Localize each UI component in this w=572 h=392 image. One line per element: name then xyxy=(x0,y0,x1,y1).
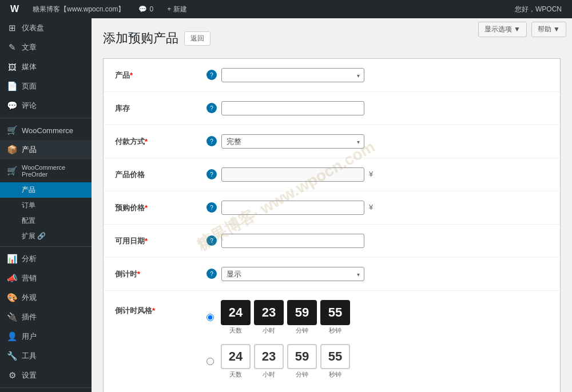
countdown-minutes-1: 59 xyxy=(287,300,317,325)
sidebar-item-preorder[interactable]: 🛒 WooCommerce PreOrder xyxy=(0,159,92,182)
preorder-price-row: 预购价格* ? ¥ xyxy=(104,191,560,225)
preorder-price-input[interactable] xyxy=(221,201,364,215)
countdown-days-2: 24 xyxy=(221,344,251,369)
form-container: 产品* ? ▾ 库存 ? 付款方式* xyxy=(103,58,561,392)
sidebar-label-users: 用户 xyxy=(22,331,37,342)
countdown-seconds-label-1: 秒钟 xyxy=(329,326,341,335)
payment-select[interactable]: 完整 xyxy=(221,134,364,149)
sidebar-item-media[interactable]: 🖼 媒体 xyxy=(0,57,92,77)
countdown-seconds-3: 55 xyxy=(320,388,350,392)
sidebar-label-marketing: 营销 xyxy=(22,273,37,283)
countdown-hours-label-2: 小时 xyxy=(263,370,275,379)
product-help-icon[interactable]: ? xyxy=(206,70,217,80)
sidebar-label-preorder: WooCommerce PreOrder xyxy=(22,164,85,178)
countdown-block-days-1: 24 天数 xyxy=(221,300,251,335)
sidebar-label-analytics: 分析 xyxy=(22,254,37,264)
plugins-icon: 🔌 xyxy=(7,312,17,322)
payment-help-icon[interactable]: ? xyxy=(206,136,217,146)
countdown-days-label-1: 天数 xyxy=(229,326,242,335)
product-select-wrapper: ▾ xyxy=(221,68,364,82)
screen-options-button[interactable]: 显示选项 ▼ xyxy=(478,22,527,37)
price-label: 产品价格 xyxy=(115,167,206,180)
countdown-minutes-3: 59 xyxy=(287,388,317,392)
countdown-block-days-2: 24 天数 xyxy=(221,344,251,379)
countdown-blocks-2: 24 天数 23 小时 59 分钟 55 秒钟 xyxy=(221,344,350,379)
stock-field: ? xyxy=(206,101,549,115)
sidebar-item-marketing[interactable]: 📣 营销 xyxy=(0,269,92,288)
submenu-orders[interactable]: 订单 xyxy=(0,198,92,213)
sidebar-label-media: 媒体 xyxy=(22,62,37,72)
submenu-products[interactable]: 产品 xyxy=(0,182,92,198)
countdown-style-radio-1[interactable] xyxy=(206,314,214,321)
sidebar-item-plugins[interactable]: 🔌 插件 xyxy=(0,307,92,327)
available-date-help-icon[interactable]: ? xyxy=(206,235,217,246)
sidebar-item-woocommerce[interactable]: 🛒 WooCommerce xyxy=(0,121,92,140)
countdown-seconds-1: 55 xyxy=(320,300,350,325)
required-star: * xyxy=(130,71,133,79)
countdown-style-label: 倒计时风格* xyxy=(115,300,206,316)
countdown-days-1: 24 xyxy=(221,300,251,325)
sidebar-label-plugins: 插件 xyxy=(22,312,37,322)
posts-icon: ✎ xyxy=(7,42,17,53)
page-title: 添加预购产品 xyxy=(103,30,178,47)
sidebar-label-settings: 设置 xyxy=(22,370,37,381)
countdown-block-minutes-2: 59 分钟 xyxy=(287,344,317,379)
payment-required: * xyxy=(145,137,148,146)
countdown-style-field: 24 天数 23 小时 59 分钟 55 秒钟 xyxy=(206,300,549,392)
help-button[interactable]: 帮助 ▼ xyxy=(531,22,566,37)
countdown-block-seconds-1: 55 秒钟 xyxy=(320,300,350,335)
dashboard-icon: ⊞ xyxy=(7,23,17,33)
sidebar-item-appearance[interactable]: 🎨 外观 xyxy=(0,288,92,307)
preorder-price-help-icon[interactable]: ? xyxy=(206,202,217,213)
price-input[interactable] xyxy=(221,167,364,182)
sidebar-item-products[interactable]: 📦 产品 xyxy=(0,140,92,159)
sidebar-label-tools: 工具 xyxy=(22,351,37,361)
wp-logo[interactable]: W xyxy=(6,4,23,14)
back-button[interactable]: 返回 xyxy=(184,31,210,46)
appearance-icon: 🎨 xyxy=(7,293,17,303)
countdown-blocks-1: 24 天数 23 小时 59 分钟 55 秒钟 xyxy=(221,300,350,335)
media-icon: 🖼 xyxy=(7,62,17,72)
sidebar-item-posts[interactable]: ✎ 文章 xyxy=(0,38,92,57)
user-greeting: 您好，WPOCN xyxy=(510,5,566,14)
submenu-config[interactable]: 配置 xyxy=(0,213,92,229)
countdown-days-label-2: 天数 xyxy=(229,370,242,379)
available-date-field: ? xyxy=(206,234,549,248)
countdown-select[interactable]: 显示 xyxy=(221,267,364,281)
countdown-minutes-label-2: 分钟 xyxy=(296,370,308,379)
payment-label: 付款方式* xyxy=(115,134,206,147)
countdown-help-icon[interactable]: ? xyxy=(206,269,217,279)
preorder-price-label: 预购价格* xyxy=(115,201,206,213)
sidebar-item-tools[interactable]: 🔧 工具 xyxy=(0,346,92,366)
countdown-seconds-2: 55 xyxy=(320,344,350,369)
countdown-style-radio-2[interactable] xyxy=(206,358,214,365)
stock-input[interactable] xyxy=(221,101,364,115)
sidebar-item-comments[interactable]: 💬 评论 xyxy=(0,96,92,115)
sidebar-label-pages: 页面 xyxy=(22,81,37,91)
price-help-icon[interactable]: ? xyxy=(206,169,217,179)
available-date-input[interactable] xyxy=(221,234,364,248)
countdown-minutes-2: 59 xyxy=(287,344,317,369)
submenu-expand[interactable]: 扩展 🔗 xyxy=(0,229,92,244)
comments-link[interactable]: 💬 0 xyxy=(134,5,158,13)
countdown-label: 倒计时* xyxy=(115,267,206,279)
product-field: ? ▾ xyxy=(206,68,549,82)
sidebar-label-woocommerce: WooCommerce xyxy=(22,126,73,135)
product-select[interactable] xyxy=(221,68,364,82)
sidebar-item-analytics[interactable]: 📊 分析 xyxy=(0,249,92,269)
available-date-label: 可用日期* xyxy=(115,234,206,246)
sidebar-label-dashboard: 仪表盘 xyxy=(22,23,44,33)
countdown-style-2: 24 天数 23 小时 59 分钟 55 秒钟 xyxy=(206,344,350,379)
sidebar-item-settings[interactable]: ⚙ 设置 xyxy=(0,366,92,385)
stock-help-icon[interactable]: ? xyxy=(206,103,217,113)
preorder-price-suffix: ¥ xyxy=(369,201,373,211)
site-name[interactable]: 糖果博客【www.wpocn.com】 xyxy=(28,5,129,14)
marketing-icon: 📣 xyxy=(7,273,17,283)
new-content[interactable]: + 新建 xyxy=(162,5,191,14)
sidebar-item-dashboard[interactable]: ⊞ 仪表盘 xyxy=(0,18,92,38)
sidebar-item-pages[interactable]: 📄 页面 xyxy=(0,77,92,96)
countdown-hours-label-1: 小时 xyxy=(263,326,275,335)
sidebar-item-users[interactable]: 👤 用户 xyxy=(0,327,92,346)
pages-icon: 📄 xyxy=(7,81,17,91)
product-row: 产品* ? ▾ xyxy=(104,59,560,92)
